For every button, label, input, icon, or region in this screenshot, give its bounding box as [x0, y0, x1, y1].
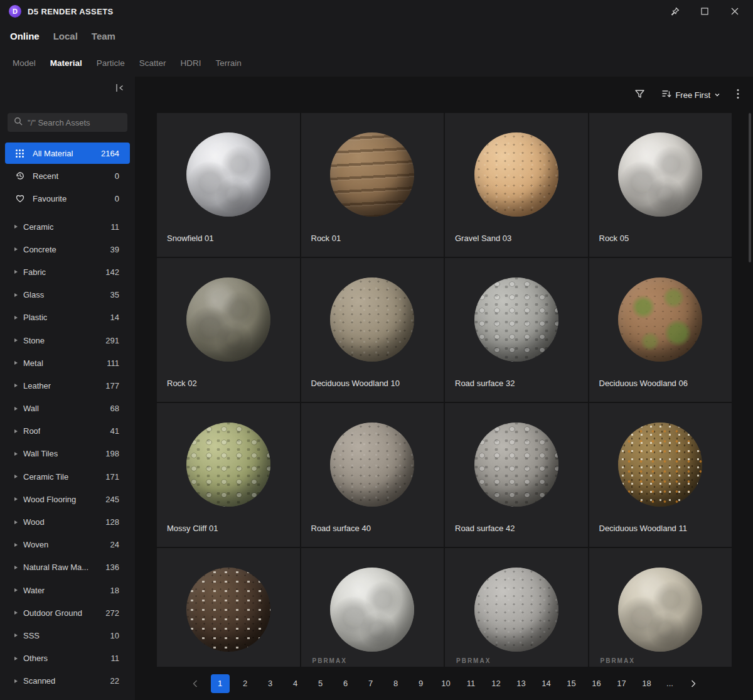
type-tab-scatter[interactable]: Scatter [139, 58, 166, 68]
sidebar-category-others[interactable]: Others 11 [0, 647, 135, 670]
type-tab-hdri[interactable]: HDRI [181, 58, 201, 68]
sidebar-category-ceramic[interactable]: Ceramic 11 [0, 215, 135, 238]
material-card-mossy-cliff-01[interactable]: Mossy Cliff 01 [157, 403, 300, 547]
sidebar-category-concrete[interactable]: Concrete 39 [0, 238, 135, 261]
expand-triangle-icon[interactable] [14, 316, 18, 320]
page-button-3[interactable]: 3 [261, 674, 280, 693]
page-button-17[interactable]: 17 [612, 674, 631, 693]
sidebar-category-natural-raw-ma[interactable]: Natural Raw Ma... 136 [0, 556, 135, 579]
expand-triangle-icon[interactable] [14, 452, 18, 456]
material-sphere-preview [618, 423, 702, 507]
page-button-10[interactable]: 10 [437, 674, 456, 693]
expand-triangle-icon[interactable] [14, 497, 18, 501]
expand-triangle-icon[interactable] [14, 270, 18, 274]
sidebar-category-outdoor-ground[interactable]: Outdoor Ground 272 [0, 601, 135, 624]
page-button-7[interactable]: 7 [361, 674, 380, 693]
expand-triangle-icon[interactable] [14, 475, 18, 478]
page-button-11[interactable]: 11 [462, 674, 481, 693]
expand-triangle-icon[interactable] [14, 566, 18, 569]
sidebar-category-ceramic-tile[interactable]: Ceramic Tile 171 [0, 465, 135, 488]
sidebar-item-favourite[interactable]: Favourite 0 [5, 188, 130, 209]
page-button-2[interactable]: 2 [236, 674, 255, 693]
sidebar-category-wall[interactable]: Wall 68 [0, 397, 135, 420]
expand-triangle-icon[interactable] [14, 338, 18, 342]
expand-triangle-icon[interactable] [14, 633, 18, 637]
vertical-scrollbar[interactable] [749, 113, 751, 262]
sidebar-item-all-material[interactable]: All Material 2164 [5, 143, 130, 164]
sidebar-category-sss[interactable]: SSS 10 [0, 624, 135, 647]
type-tab-material[interactable]: Material [50, 58, 82, 68]
sidebar-category-wood-flooring[interactable]: Wood Flooring 245 [0, 488, 135, 510]
material-card-deciduous-woodland-06[interactable]: Deciduous Woodland 06 [589, 258, 732, 402]
material-card-rock-02[interactable]: Rock 02 [157, 258, 300, 402]
sidebar-category-stone[interactable]: Stone 291 [0, 329, 135, 352]
expand-triangle-icon[interactable] [14, 225, 18, 229]
sidebar-category-leather[interactable]: Leather 177 [0, 374, 135, 397]
sort-dropdown[interactable]: Free First [661, 89, 720, 101]
sidebar-category-water[interactable]: Water 18 [0, 579, 135, 601]
sidebar-category-fabric[interactable]: Fabric 142 [0, 261, 135, 283]
material-card-deciduous-woodland-11[interactable]: Deciduous Woodland 11 [589, 403, 732, 547]
sidebar-category-wall-tiles[interactable]: Wall Tiles 198 [0, 443, 135, 465]
expand-triangle-icon[interactable] [14, 293, 18, 297]
filter-icon[interactable] [634, 89, 645, 102]
search-box[interactable] [8, 113, 127, 132]
material-card-deciduous-woodland-10[interactable]: Deciduous Woodland 10 [301, 258, 444, 402]
next-page-icon[interactable] [684, 674, 703, 693]
expand-triangle-icon[interactable] [14, 611, 18, 615]
more-options-icon[interactable] [737, 89, 739, 102]
expand-triangle-icon[interactable] [14, 679, 18, 683]
expand-triangle-icon[interactable] [14, 247, 18, 251]
page-button-4[interactable]: 4 [286, 674, 305, 693]
material-card-rock-01[interactable]: Rock 01 [301, 113, 444, 257]
sidebar-category-roof[interactable]: Roof 41 [0, 420, 135, 443]
sidebar-category-wood[interactable]: Wood 128 [0, 510, 135, 533]
material-card-road-surface-32[interactable]: Road surface 32 [445, 258, 588, 402]
type-tab-model[interactable]: Model [13, 58, 36, 68]
page-button-14[interactable]: 14 [537, 674, 556, 693]
source-tab-online[interactable]: Online [10, 31, 40, 41]
type-tab-particle[interactable]: Particle [97, 58, 125, 68]
search-input[interactable] [28, 118, 121, 127]
page-button-15[interactable]: 15 [562, 674, 581, 693]
page-button-18[interactable]: 18 [638, 674, 656, 693]
material-card-gravel-sand-03[interactable]: Gravel Sand 03 [445, 113, 588, 257]
expand-triangle-icon[interactable] [14, 543, 18, 547]
sidebar-category-metal[interactable]: Metal 111 [0, 352, 135, 374]
expand-triangle-icon[interactable] [14, 520, 18, 524]
page-button-12[interactable]: 12 [487, 674, 506, 693]
expand-triangle-icon[interactable] [14, 588, 18, 592]
close-icon[interactable] [729, 6, 740, 17]
sidebar-category-glass[interactable]: Glass 35 [0, 284, 135, 306]
page-button-8[interactable]: 8 [387, 674, 405, 693]
material-card-snowfield-01[interactable]: Snowfield 01 [157, 113, 300, 257]
sidebar-category-plastic[interactable]: Plastic 14 [0, 306, 135, 329]
sidebar-item-recent[interactable]: Recent 0 [5, 165, 130, 186]
collapse-sidebar-icon[interactable] [115, 83, 125, 95]
material-card-rock-05[interactable]: Rock 05 [589, 113, 732, 257]
page-button-1[interactable]: 1 [211, 674, 230, 693]
source-tab-local[interactable]: Local [53, 31, 78, 41]
sidebar-category-woven[interactable]: Woven 24 [0, 534, 135, 556]
page-button-13[interactable]: 13 [512, 674, 531, 693]
sidebar-category-scanned[interactable]: Scanned 22 [0, 670, 135, 692]
expand-triangle-icon[interactable] [14, 361, 18, 365]
expand-triangle-icon[interactable] [14, 384, 18, 387]
page-button-6[interactable]: 6 [336, 674, 355, 693]
expand-triangle-icon[interactable] [14, 657, 18, 660]
source-tab-team[interactable]: Team [92, 31, 115, 41]
expand-triangle-icon[interactable] [14, 407, 18, 411]
page-button-16[interactable]: 16 [587, 674, 606, 693]
page-button-5[interactable]: 5 [311, 674, 330, 693]
material-card-road-surface-42[interactable]: Road surface 42 [445, 403, 588, 547]
previous-page-icon[interactable] [186, 674, 205, 693]
pin-icon[interactable] [669, 6, 680, 17]
category-label: Scanned [23, 676, 55, 686]
page-button-9[interactable]: 9 [412, 674, 430, 693]
category-count: 142 [100, 267, 119, 277]
maximize-icon[interactable] [699, 6, 710, 17]
category-count: 18 [105, 586, 119, 595]
material-card-road-surface-40[interactable]: Road surface 40 [301, 403, 444, 547]
type-tab-terrain[interactable]: Terrain [216, 58, 242, 68]
expand-triangle-icon[interactable] [14, 429, 18, 433]
